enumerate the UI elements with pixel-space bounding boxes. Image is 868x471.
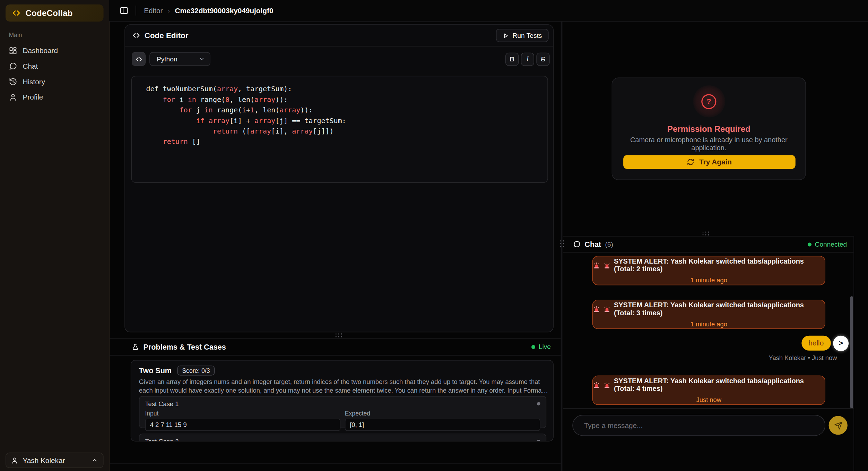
code-editor-title: Code Editor	[145, 31, 189, 40]
message-meta: Yash Kolekar • Just now	[563, 354, 837, 361]
chevron-down-icon	[199, 56, 205, 62]
code-line: for i in range(0, len(array)):	[146, 94, 548, 104]
live-label: Live	[539, 343, 551, 350]
test-case-input-field[interactable]: 4 2 7 11 15 9	[145, 419, 340, 431]
italic-label: I	[527, 55, 529, 63]
permission-glow: ?	[693, 85, 725, 118]
app-window: CodeCollab Main Dashboard Chat History P…	[0, 0, 868, 471]
sidebar-section-label: Main	[9, 32, 22, 38]
run-tests-button[interactable]: Run Tests	[496, 29, 549, 42]
italic-button[interactable]: I	[521, 52, 534, 66]
sidebar-item-history[interactable]: History	[3, 74, 106, 89]
status-dot-icon	[537, 402, 540, 405]
paper-plane-icon	[834, 421, 842, 429]
chat-bubble-icon	[573, 240, 581, 248]
try-again-label: Try Again	[699, 158, 732, 166]
code-line: for j in range(i+1, len(array)):	[146, 105, 548, 115]
person-icon	[11, 457, 18, 464]
code-brackets-icon	[12, 9, 20, 17]
horizontal-resize-handle[interactable]	[335, 333, 343, 339]
sidebar-item-chat[interactable]: Chat	[3, 58, 106, 74]
refresh-icon	[687, 159, 694, 166]
message-input-placeholder: Type a message...	[584, 421, 643, 429]
message-bubble: hello	[801, 336, 831, 351]
status-dot-icon	[537, 440, 540, 442]
sidebar-item-dashboard[interactable]: Dashboard	[3, 43, 106, 58]
play-icon	[503, 32, 509, 38]
breadcrumb-page: Cme32dbt90003ky049ujolgf0	[175, 6, 274, 15]
live-dot-icon	[531, 345, 535, 349]
strikethrough-label: S	[541, 55, 545, 63]
code-line: def twoNumberSum(array, targetSum):	[146, 84, 548, 94]
sidebar-item-profile[interactable]: Profile	[3, 89, 106, 105]
strikethrough-button[interactable]: S	[536, 52, 549, 66]
code-brackets-icon	[132, 32, 140, 39]
siren-icon	[593, 262, 600, 269]
score-badge: Score: 0/3	[177, 366, 215, 376]
try-again-button[interactable]: Try Again	[623, 155, 796, 169]
dashboard-grid-icon	[9, 46, 17, 54]
chat-bubble-icon	[9, 62, 17, 70]
code-line: return ([array[i], array[j]])	[146, 126, 548, 136]
connected-label: Connected	[815, 240, 847, 248]
test-case-label: Test Case 2	[145, 438, 179, 442]
chat-title: Chat	[584, 240, 601, 248]
siren-icon	[604, 381, 611, 388]
language-select[interactable]: Python	[149, 52, 210, 66]
test-case-2: Test Case 2	[139, 434, 546, 441]
system-alert-message: SYSTEM ALERT: Yash Kolekar switched tabs…	[592, 376, 825, 405]
problem-description: Given an array of integers nums and an i…	[139, 378, 549, 395]
alert-timestamp: 1 minute ago	[691, 321, 727, 327]
test-case-expected-field[interactable]: [0, 1]	[345, 419, 540, 431]
user-name: Yash Kolekar	[23, 456, 65, 464]
permission-card: ? Permission Required Camera or micropho…	[612, 78, 806, 180]
code-editor-textarea[interactable]: def twoNumberSum(array, targetSum): for …	[131, 76, 548, 183]
sidebar-item-label: Chat	[23, 62, 38, 70]
message-input[interactable]: Type a message...	[572, 415, 825, 436]
bold-label: B	[510, 55, 514, 63]
run-tests-label: Run Tests	[513, 32, 542, 39]
connection-status: Connected	[808, 240, 847, 248]
alert-text: SYSTEM ALERT: Yash Kolekar switched tabs…	[614, 377, 825, 393]
problem-card: Two Sum Score: 0/3 Given an array of int…	[131, 360, 554, 442]
chevron-up-icon	[91, 457, 98, 463]
siren-icon	[604, 306, 611, 313]
problem-title: Two Sum	[139, 366, 172, 375]
permission-title: Permission Required	[612, 124, 805, 134]
system-alert-message: SYSTEM ALERT: Yash Kolekar switched tabs…	[592, 300, 825, 329]
app-logo[interactable]: CodeCollab	[6, 5, 104, 22]
avatar: >	[833, 335, 849, 351]
flask-icon	[132, 343, 139, 350]
system-alert-message: SYSTEM ALERT: Yash Kolekar switched tabs…	[592, 256, 825, 285]
alert-text: SYSTEM ALERT: Yash Kolekar switched tabs…	[614, 301, 825, 317]
breadcrumb-section[interactable]: Editor	[144, 6, 163, 15]
format-button-group: B I S	[505, 52, 550, 66]
sidebar: CodeCollab Main Dashboard Chat History P…	[0, 0, 110, 471]
siren-icon	[593, 306, 600, 313]
user-menu-button[interactable]: Yash Kolekar	[6, 453, 104, 468]
siren-icon	[604, 262, 611, 269]
alert-text: SYSTEM ALERT: Yash Kolekar switched tabs…	[614, 258, 825, 273]
chat-count: (5)	[605, 240, 613, 248]
person-icon	[9, 93, 17, 101]
chat-message-list[interactable]: SYSTEM ALERT: Yash Kolekar switched tabs…	[563, 252, 853, 408]
sidebar-item-label: Profile	[23, 93, 43, 101]
sidebar-item-label: Dashboard	[23, 46, 58, 54]
chat-scrollbar-thumb[interactable]	[850, 296, 853, 408]
code-editor-panel: Code Editor Run Tests Python B I S def t…	[124, 24, 554, 332]
expected-label: Expected	[345, 410, 540, 417]
sidebar-toggle-icon[interactable]	[120, 6, 129, 15]
divider	[563, 408, 853, 409]
code-line: if array[i] + array[j] == targetSum:	[146, 115, 548, 126]
top-bar: Editor › Cme32dbt90003ky049ujolgf0	[109, 0, 868, 22]
code-mode-button[interactable]	[132, 52, 146, 66]
question-circle-icon: ?	[701, 94, 716, 109]
siren-icon	[593, 381, 600, 388]
bold-button[interactable]: B	[505, 52, 519, 66]
divider	[109, 355, 561, 356]
send-button[interactable]	[829, 416, 848, 435]
sidebar-item-label: History	[23, 77, 45, 86]
history-clock-icon	[9, 77, 17, 86]
input-label: Input	[145, 410, 340, 417]
chat-panel-header: Chat (5) Connected	[563, 236, 853, 252]
